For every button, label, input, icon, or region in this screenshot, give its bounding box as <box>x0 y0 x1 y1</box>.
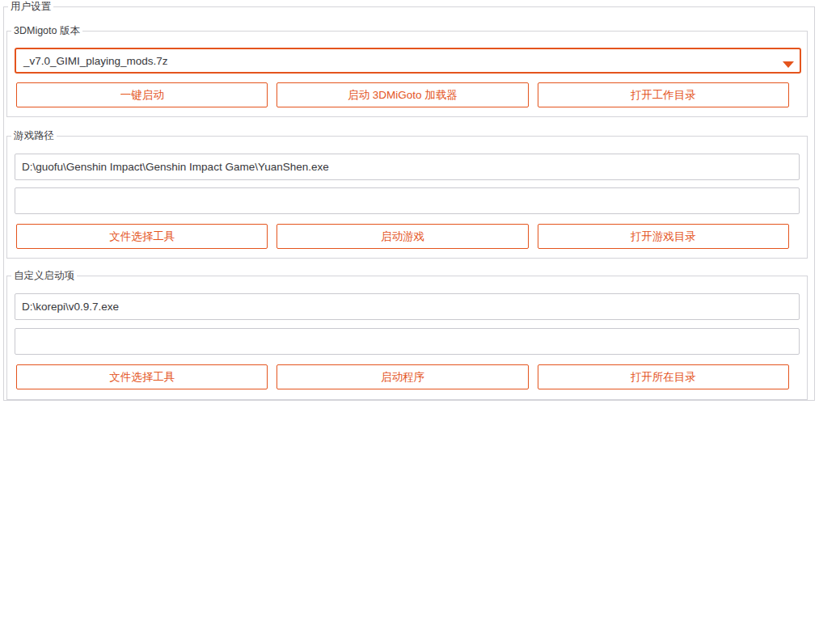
custom-launch-extra-input[interactable] <box>15 328 800 355</box>
game-path-group: 游戏路径 文件选择工具 启动游戏 打开游戏目录 <box>6 136 808 259</box>
game-path-legend: 游戏路径 <box>11 130 57 142</box>
game-button-row: 文件选择工具 启动游戏 打开游戏目录 <box>16 224 789 249</box>
migoto-button-row: 一键启动 启动 3DMiGoto 加载器 打开工作目录 <box>16 82 789 107</box>
custom-launch-group: 自定义启动项 文件选择工具 启动程序 打开所在目录 <box>6 276 808 400</box>
custom-button-row: 文件选择工具 启动程序 打开所在目录 <box>16 364 789 389</box>
custom-launch-path-input[interactable] <box>15 293 800 320</box>
user-settings-group: 用户设置 3DMigoto 版本 _v7.0_GIMI_playing_mods… <box>3 6 815 401</box>
migoto-version-select[interactable]: _v7.0_GIMI_playing_mods.7z <box>15 48 801 74</box>
user-settings-legend: 用户设置 <box>8 1 53 13</box>
migoto-version-group: 3DMigoto 版本 _v7.0_GIMI_playing_mods.7z 一… <box>6 31 808 117</box>
settings-page: 用户设置 3DMigoto 版本 _v7.0_GIMI_playing_mods… <box>0 0 819 644</box>
chevron-down-icon <box>783 61 794 68</box>
custom-file-picker-button[interactable]: 文件选择工具 <box>16 364 268 389</box>
one-click-start-button[interactable]: 一键启动 <box>16 82 268 107</box>
open-custom-dir-button[interactable]: 打开所在目录 <box>538 364 789 389</box>
launch-program-button[interactable]: 启动程序 <box>277 364 528 389</box>
game-path-extra-input[interactable] <box>15 187 800 214</box>
launch-game-button[interactable]: 启动游戏 <box>277 224 528 249</box>
game-path-input[interactable] <box>15 154 800 180</box>
custom-launch-legend: 自定义启动项 <box>11 270 77 282</box>
open-game-dir-button[interactable]: 打开游戏目录 <box>538 224 789 249</box>
migoto-version-legend: 3DMigoto 版本 <box>11 25 82 37</box>
migoto-version-value: _v7.0_GIMI_playing_mods.7z <box>16 55 168 67</box>
game-file-picker-button[interactable]: 文件选择工具 <box>16 224 268 249</box>
launch-3dmigoto-loader-button[interactable]: 启动 3DMiGoto 加载器 <box>277 82 528 107</box>
open-work-dir-button[interactable]: 打开工作目录 <box>538 82 789 107</box>
